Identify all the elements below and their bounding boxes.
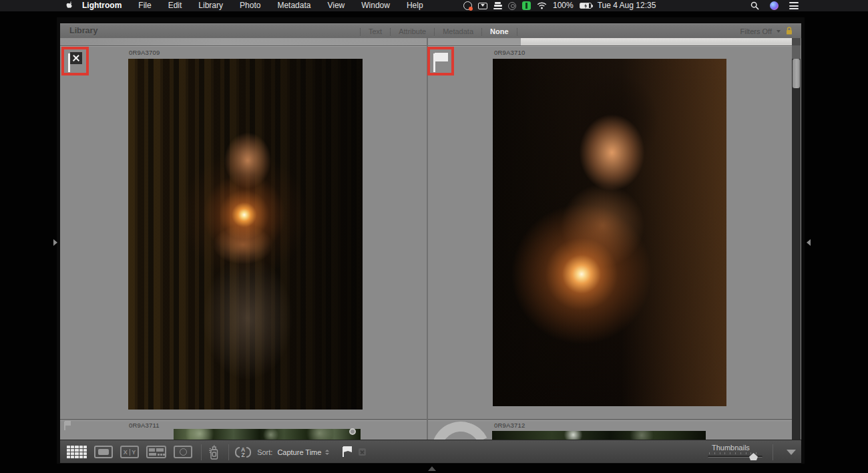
photo-thumbnail-0R9A3712[interactable] xyxy=(492,431,706,440)
menu-item-file[interactable]: File xyxy=(138,0,151,11)
thumbnail-size-slider[interactable] xyxy=(708,452,763,460)
filter-separator xyxy=(481,28,482,35)
previous-row-strip-left xyxy=(60,38,427,45)
filter-option-none[interactable]: None xyxy=(483,27,516,35)
display-mirroring-icon[interactable] xyxy=(478,3,487,9)
siri-icon[interactable] xyxy=(770,1,779,10)
photo-filename: 0R9A3709 xyxy=(129,49,160,56)
toolbar: XY AZ Sort: Capture Time xyxy=(60,440,801,463)
right-panel-reveal-arrow[interactable] xyxy=(807,239,811,246)
toolbar-divider xyxy=(201,444,202,460)
photo-thumbnail-0R9A3709[interactable] xyxy=(128,59,363,410)
menu-item-help[interactable]: Help xyxy=(407,0,423,11)
annotation-box-pick xyxy=(427,47,454,75)
wifi-icon[interactable] xyxy=(537,2,547,9)
toolbar-chevron-down-icon[interactable] xyxy=(787,450,796,455)
menu-item-window[interactable]: Window xyxy=(361,0,390,11)
painter-spray-button[interactable] xyxy=(208,444,220,461)
toolbar-reject-flag-button[interactable] xyxy=(359,448,366,456)
previous-row-strip-bright xyxy=(521,38,792,45)
filter-lock-icon[interactable] xyxy=(785,26,793,37)
spotlight-search-icon[interactable] xyxy=(750,1,759,10)
toolbar-divider xyxy=(228,444,229,460)
annotation-box-reject xyxy=(61,47,89,75)
filter-separator xyxy=(390,28,391,35)
stack-icon[interactable] xyxy=(493,2,502,9)
menu-bar: Lightroom File Edit Library Photo Metada… xyxy=(0,0,868,11)
filter-options: Text Attribute Metadata None xyxy=(359,24,518,39)
menu-item-view[interactable]: View xyxy=(327,0,345,11)
sort-value-dropdown[interactable]: Capture Time xyxy=(277,448,321,456)
loupe-view-button[interactable] xyxy=(94,446,113,458)
photo-grid: 0R9A3709 0R9A3710 0R9A3711 0R9A3712 xyxy=(60,38,801,440)
menu-item-photo[interactable]: Photo xyxy=(240,0,260,11)
thumbnail-badge-icon[interactable] xyxy=(349,428,356,435)
photo-thumbnail-0R9A3710[interactable] xyxy=(493,59,726,406)
filter-option-text[interactable]: Text xyxy=(361,27,389,35)
photo-filename: 0R9A3710 xyxy=(494,49,525,56)
filter-separator xyxy=(434,28,435,35)
toolbar-pick-flag-button[interactable] xyxy=(343,446,353,458)
filter-separator xyxy=(517,28,517,35)
desktop: Lightroom File Edit Library Photo Metada… xyxy=(0,0,868,473)
menu-datetime[interactable]: Tue 4 Aug 12:35 xyxy=(598,0,656,11)
photo-filename: 0R9A3712 xyxy=(494,422,525,429)
thumbnails-label: Thumbnails xyxy=(712,444,764,452)
spiral-icon[interactable] xyxy=(508,2,516,10)
cell-divider xyxy=(427,38,428,440)
people-view-button[interactable] xyxy=(174,446,192,458)
faint-flag-icon xyxy=(64,421,72,431)
filters-off-label: Filters Off xyxy=(740,27,772,35)
sort-caret-icon[interactable] xyxy=(325,450,329,455)
apple-icon[interactable] xyxy=(65,1,73,11)
menu-item-library[interactable]: Library xyxy=(198,0,223,11)
toolbar-divider xyxy=(773,444,773,460)
sort-direction-icon[interactable]: AZ xyxy=(235,447,251,458)
filter-option-attribute[interactable]: Attribute xyxy=(391,27,433,35)
battery-percent: 100% xyxy=(553,0,574,11)
screen-record-icon[interactable] xyxy=(463,1,472,10)
battery-charging-icon xyxy=(580,3,592,9)
photo-thumbnail-0R9A3711[interactable] xyxy=(174,429,361,440)
vpn-app-icon[interactable] xyxy=(522,1,531,10)
photo-filename: 0R9A3711 xyxy=(129,422,160,429)
filter-option-metadata[interactable]: Metadata xyxy=(435,27,481,35)
survey-view-button[interactable] xyxy=(146,446,166,458)
lightroom-window: Library Text Attribute Metadata None Fil… xyxy=(57,17,805,464)
module-label: Library xyxy=(69,26,97,35)
control-center-icon[interactable] xyxy=(789,2,799,9)
chevron-down-icon xyxy=(777,30,781,33)
sort-label: Sort: xyxy=(257,448,272,456)
grid-scrollbar[interactable] xyxy=(792,38,801,440)
grid-view-button[interactable] xyxy=(67,446,87,459)
menu-app-name[interactable]: Lightroom xyxy=(82,0,122,11)
compare-view-button[interactable]: XY xyxy=(120,446,139,458)
library-filter-bar: Library Text Attribute Metadata None Fil… xyxy=(60,23,801,38)
left-panel-reveal-arrow[interactable] xyxy=(53,239,57,246)
menu-item-metadata[interactable]: Metadata xyxy=(277,0,310,11)
filmstrip-reveal-arrow[interactable] xyxy=(428,466,436,471)
scrollbar-thumb[interactable] xyxy=(793,59,800,88)
menu-item-edit[interactable]: Edit xyxy=(168,0,182,11)
previous-row-strip-right xyxy=(428,38,521,45)
filters-off-control[interactable]: Filters Off xyxy=(740,24,793,39)
filter-separator xyxy=(360,28,361,35)
